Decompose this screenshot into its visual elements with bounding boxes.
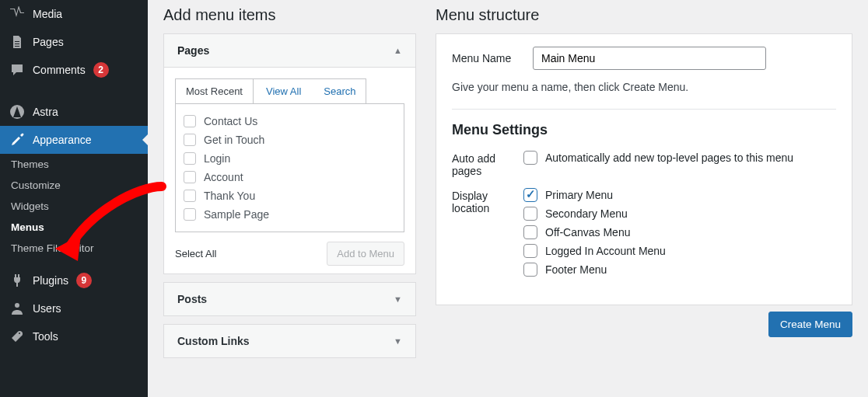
accordion-pages: Pages ▲ Most Recent View All Search Cont… xyxy=(163,33,416,274)
list-item[interactable]: Thank You xyxy=(182,186,397,205)
sidebar-item-pages[interactable]: Pages xyxy=(0,28,148,56)
accordion-label: Custom Links xyxy=(177,335,250,347)
page-checkbox[interactable] xyxy=(184,208,196,221)
chevron-down-icon: ▼ xyxy=(394,294,402,304)
sidebar-subitem-themes[interactable]: Themes xyxy=(0,154,148,175)
sidebar-item-label: Plugins xyxy=(33,274,68,287)
sidebar-item-label: Media xyxy=(33,8,62,20)
select-all-link[interactable]: Select All xyxy=(175,248,216,259)
location-option[interactable]: Secondary Menu xyxy=(523,207,666,221)
location-option[interactable]: Logged In Account Menu xyxy=(523,244,666,258)
user-icon xyxy=(9,301,25,316)
menu-name-input[interactable] xyxy=(533,47,766,70)
sidebar-item-astra[interactable]: Astra xyxy=(0,98,148,126)
sidebar-subitem-theme-file-editor[interactable]: Theme File Editor xyxy=(0,238,148,259)
menu-settings-title: Menu Settings xyxy=(452,122,836,138)
location-checkbox[interactable] xyxy=(523,263,537,277)
svg-point-1 xyxy=(15,303,19,308)
accordion-header-posts[interactable]: Posts ▼ xyxy=(164,283,415,315)
chevron-down-icon: ▼ xyxy=(394,336,402,346)
admin-sidebar: Media Pages Comments 2 Astra Appearance … xyxy=(0,0,148,397)
wrench-icon xyxy=(9,329,25,344)
plugins-badge: 9 xyxy=(76,273,92,288)
tab-view-all[interactable]: View All xyxy=(256,79,311,103)
location-option[interactable]: Primary Menu xyxy=(523,188,666,202)
page-checkbox[interactable] xyxy=(184,190,196,202)
pages-tabs: Most Recent View All Search xyxy=(175,78,366,103)
page-checkbox[interactable] xyxy=(184,115,196,127)
auto-add-label: Auto add pages xyxy=(452,151,513,177)
add-to-menu-button[interactable]: Add to Menu xyxy=(327,242,404,266)
sidebar-item-tools[interactable]: Tools xyxy=(0,322,148,350)
sidebar-subitem-customize[interactable]: Customize xyxy=(0,175,148,196)
tab-most-recent[interactable]: Most Recent xyxy=(176,79,254,103)
accordion-posts: Posts ▼ xyxy=(163,282,416,316)
auto-add-option[interactable]: Automatically add new top-level pages to… xyxy=(523,151,793,165)
list-item[interactable]: Account xyxy=(182,168,397,186)
list-item[interactable]: Contact Us xyxy=(182,112,397,131)
menu-structure-column: Menu structure Menu Name Give your menu … xyxy=(436,0,852,397)
accordion-label: Pages xyxy=(177,44,209,57)
brush-icon xyxy=(9,132,25,148)
page-checkbox[interactable] xyxy=(184,171,196,183)
accordion-label: Posts xyxy=(177,293,207,305)
sidebar-item-comments[interactable]: Comments 2 xyxy=(0,56,148,84)
location-checkbox[interactable] xyxy=(523,225,537,239)
page-icon xyxy=(9,34,25,50)
accordion-header-pages[interactable]: Pages ▲ xyxy=(164,34,415,67)
sidebar-subitem-widgets[interactable]: Widgets xyxy=(0,196,148,217)
sidebar-item-label: Appearance xyxy=(33,134,92,146)
page-checkbox[interactable] xyxy=(184,152,196,165)
chevron-up-icon: ▲ xyxy=(394,46,402,55)
sidebar-item-label: Comments xyxy=(33,64,86,76)
accordion-custom-links: Custom Links ▼ xyxy=(163,324,416,358)
sidebar-item-media[interactable]: Media xyxy=(0,0,148,28)
astra-icon xyxy=(9,104,25,120)
sidebar-item-label: Users xyxy=(33,302,61,315)
comment-icon xyxy=(9,62,25,78)
pages-list: Contact Us Get in Touch Login Account Th… xyxy=(175,103,404,232)
divider xyxy=(452,109,836,110)
list-item[interactable]: Sample Page xyxy=(182,205,397,224)
list-item[interactable]: Get in Touch xyxy=(182,131,397,149)
display-location-options: Primary Menu Secondary Menu Off-Canvas M… xyxy=(523,188,666,281)
sidebar-item-label: Astra xyxy=(33,106,58,118)
auto-add-checkbox[interactable] xyxy=(523,151,537,165)
location-checkbox[interactable] xyxy=(523,188,537,202)
page-title: Add menu items xyxy=(163,6,416,24)
plug-icon xyxy=(9,273,25,288)
list-item[interactable]: Login xyxy=(182,149,397,168)
add-menu-items-column: Add menu items Pages ▲ Most Recent View … xyxy=(163,0,416,397)
menu-structure-panel: Menu Name Give your menu a name, then cl… xyxy=(436,33,852,305)
accordion-header-custom-links[interactable]: Custom Links ▼ xyxy=(164,325,415,357)
location-option[interactable]: Footer Menu xyxy=(523,263,666,277)
display-location-label: Display location xyxy=(452,188,513,214)
sidebar-subitem-menus[interactable]: Menus xyxy=(0,217,148,238)
location-option[interactable]: Off-Canvas Menu xyxy=(523,225,666,239)
sidebar-item-plugins[interactable]: Plugins 9 xyxy=(0,266,148,294)
menu-name-label: Menu Name xyxy=(452,52,522,64)
sidebar-item-appearance[interactable]: Appearance xyxy=(0,126,148,154)
sidebar-item-users[interactable]: Users xyxy=(0,294,148,322)
location-checkbox[interactable] xyxy=(523,207,537,221)
sidebar-item-label: Pages xyxy=(33,36,64,48)
comments-badge: 2 xyxy=(93,62,109,78)
sidebar-item-label: Tools xyxy=(33,330,58,343)
page-title: Menu structure xyxy=(436,6,852,24)
page-checkbox[interactable] xyxy=(184,134,196,146)
hint-text: Give your menu a name, then click Create… xyxy=(452,81,836,93)
media-icon xyxy=(9,6,25,22)
location-checkbox[interactable] xyxy=(523,244,537,258)
tab-search[interactable]: Search xyxy=(313,79,366,103)
create-menu-button[interactable]: Create Menu xyxy=(768,312,852,337)
